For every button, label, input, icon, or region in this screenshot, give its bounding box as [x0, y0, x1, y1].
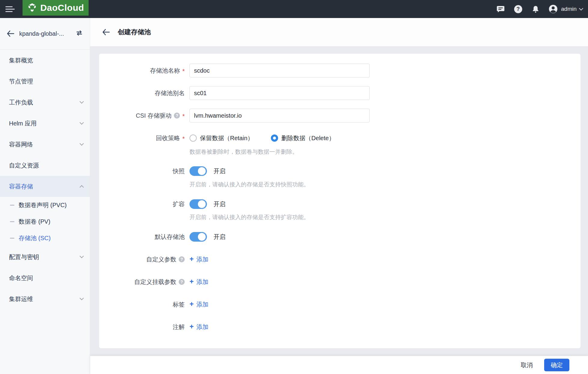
sidebar-item-helm-apps[interactable]: Helm 应用 — [0, 113, 90, 134]
switch-cluster-icon[interactable] — [75, 29, 83, 38]
chevron-up-icon — [80, 185, 84, 189]
radio-icon[interactable] — [189, 134, 197, 142]
help-glyph: ? — [180, 279, 183, 284]
snapshot-hint: 开启前，请确认接入的存储是否支持快照功能。 — [189, 181, 309, 189]
sidebar-subitem-label: 数据卷声明 (PVC) — [19, 201, 67, 209]
help-icon[interactable]: ? — [179, 256, 185, 262]
chevron-down-icon — [80, 254, 84, 258]
snapshot-toggle[interactable] — [189, 166, 207, 176]
add-annotation-button[interactable]: + 添加 — [189, 323, 208, 331]
topbar: DaoCloud ? admin — [0, 0, 588, 18]
back-icon[interactable] — [102, 28, 110, 36]
dash-icon — [10, 238, 14, 239]
brand-logo[interactable]: DaoCloud — [23, 0, 89, 16]
expand-toggle[interactable] — [189, 199, 207, 209]
sidebar-item-label: 配置与密钥 — [9, 253, 80, 261]
sidebar-item-node-management[interactable]: 节点管理 — [0, 71, 90, 92]
field-label: 注解 — [173, 323, 185, 331]
sidebar-subitem-pvc[interactable]: 数据卷声明 (PVC) — [0, 197, 90, 213]
field-reclaim-policy: 回收策略 * 保留数据（Retain） 删除数据（Delete） — [99, 131, 580, 145]
required-marker: * — [182, 113, 185, 120]
help-glyph: ? — [517, 6, 520, 12]
sidebar-item-cluster-ops[interactable]: 集群运维 — [0, 288, 90, 309]
sidebar-item-workloads[interactable]: 工作负载 — [0, 92, 90, 113]
menu-icon[interactable] — [5, 4, 16, 14]
brand-name: DaoCloud — [40, 3, 84, 13]
toggle-state-label: 开启 — [214, 167, 226, 175]
sidebar-subitem-label: 数据卷 (PV) — [19, 218, 50, 226]
sidebar-item-config-secrets[interactable]: 配置与密钥 — [0, 246, 90, 267]
help-icon[interactable]: ? — [174, 113, 180, 119]
topbar-actions: ? admin — [496, 0, 583, 18]
form-card: 存储池名称 * 存储池别名 CSI 存储驱动 ? * — [99, 54, 580, 348]
page-title: 创建存储池 — [118, 28, 151, 37]
expand-hint: 开启前，请确认接入的存储是否支持扩容功能。 — [189, 213, 309, 221]
sidebar-item-label: 命名空间 — [9, 274, 83, 282]
confirm-button[interactable]: 确定 — [544, 359, 569, 371]
field-label: 回收策略 — [156, 134, 180, 142]
help-icon[interactable]: ? — [179, 279, 185, 285]
field-labels: 标签 + 添加 — [99, 297, 580, 311]
sidebar-subitem-sc[interactable]: 存储池 (SC) — [0, 230, 90, 246]
radio-label: 删除数据（Delete） — [281, 134, 335, 142]
add-label: 添加 — [196, 323, 208, 331]
sidebar-subitem-label: 存储池 (SC) — [19, 234, 51, 242]
dash-icon — [10, 205, 14, 206]
chevron-down-icon — [80, 141, 84, 146]
field-pool-alias: 存储池别名 — [99, 86, 580, 100]
username: admin — [561, 6, 577, 12]
pool-alias-input[interactable] — [189, 86, 370, 100]
field-label: 存储池名称 — [150, 67, 180, 75]
dash-icon — [10, 221, 14, 222]
daocloud-cube-icon — [27, 3, 37, 13]
radio-delete[interactable]: 删除数据（Delete） — [271, 134, 335, 142]
sidebar-item-container-storage[interactable]: 容器存储 — [0, 176, 90, 197]
required-marker: * — [182, 68, 185, 75]
default-pool-toggle[interactable] — [189, 232, 207, 242]
message-icon[interactable] — [496, 5, 505, 14]
add-label-button[interactable]: + 添加 — [189, 300, 208, 309]
plus-icon: + — [189, 278, 194, 285]
sidebar: kpanda-global-... 集群概览 节点管理 工作负载 Helm 应用… — [0, 18, 90, 374]
sidebar-item-label: 集群概览 — [9, 56, 83, 65]
sidebar-item-label: 集群运维 — [9, 295, 80, 303]
user-menu[interactable]: admin — [548, 4, 583, 14]
sidebar-item-namespaces[interactable]: 命名空间 — [0, 267, 90, 288]
bell-icon[interactable] — [531, 5, 540, 14]
add-label: 添加 — [196, 300, 208, 309]
cluster-name[interactable]: kpanda-global-... — [19, 30, 71, 37]
field-label: 快照 — [173, 167, 185, 175]
field-label: 自定义挂载参数 — [134, 278, 176, 286]
field-label: 自定义参数 — [146, 255, 176, 264]
toggle-state-label: 开启 — [214, 200, 226, 208]
content-area: 存储池名称 * 存储池别名 CSI 存储驱动 ? * — [90, 47, 588, 374]
cancel-button[interactable]: 取消 — [521, 361, 533, 369]
radio-label: 保留数据（Retain） — [200, 134, 253, 142]
chevron-down-icon — [80, 120, 84, 125]
field-annotations: 注解 + 添加 — [99, 320, 580, 334]
help-icon[interactable]: ? — [514, 5, 523, 14]
sidebar-item-custom-resources[interactable]: 自定义资源 — [0, 155, 90, 176]
chevron-down-icon — [80, 296, 84, 300]
field-label: CSI 存储驱动 — [136, 112, 171, 120]
add-label: 添加 — [196, 255, 208, 264]
sidebar-item-container-network[interactable]: 容器网络 — [0, 134, 90, 155]
field-mount-params: 自定义挂载参数 ? + 添加 — [99, 275, 580, 289]
field-label: 扩容 — [173, 200, 185, 208]
radio-selected-icon[interactable] — [271, 134, 278, 142]
pool-name-input[interactable] — [189, 64, 370, 77]
sidebar-item-label: 节点管理 — [9, 77, 83, 86]
add-mount-param-button[interactable]: + 添加 — [189, 278, 208, 286]
csi-driver-input[interactable] — [189, 109, 370, 122]
plus-icon: + — [189, 255, 194, 263]
add-custom-param-button[interactable]: + 添加 — [189, 255, 208, 264]
sidebar-subitem-pv[interactable]: 数据卷 (PV) — [0, 213, 90, 230]
field-expand: 扩容 开启 — [99, 197, 580, 211]
radio-retain[interactable]: 保留数据（Retain） — [189, 134, 253, 142]
sidebar-menu: 集群概览 节点管理 工作负载 Helm 应用 容器网络 自定义资源 容器存储 数… — [0, 50, 90, 309]
field-label: 标签 — [173, 300, 185, 309]
back-icon[interactable] — [7, 30, 14, 38]
sidebar-item-cluster-overview[interactable]: 集群概览 — [0, 50, 90, 71]
plus-icon: + — [189, 323, 194, 330]
field-custom-params: 自定义参数 ? + 添加 — [99, 252, 580, 266]
